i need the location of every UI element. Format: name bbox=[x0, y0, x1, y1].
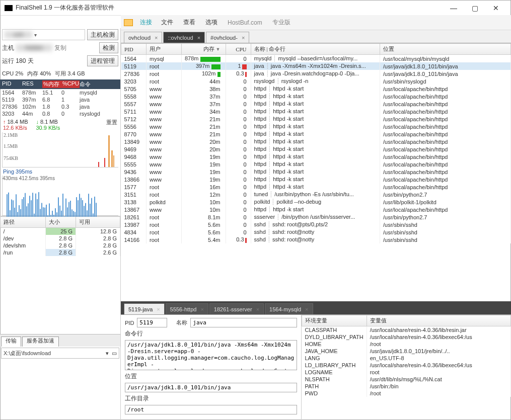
table-row[interactable]: 13867www10m0httpd ┊ httpd -k start/usr/l… bbox=[121, 206, 511, 213]
cmd-value[interactable] bbox=[125, 340, 297, 370]
table-row[interactable]: 5556www21m0httpd ┊ httpd -k start/usr/lo… bbox=[121, 123, 511, 130]
detail-tab[interactable]: 5119-java× bbox=[124, 303, 165, 314]
table-row[interactable]: 9468www19m0httpd ┊ httpd -k start/usr/lo… bbox=[121, 153, 511, 160]
table-row[interactable]: 5557www37m0httpd ┊ httpd -k start/usr/lo… bbox=[121, 100, 511, 108]
menu-connect[interactable]: 连接 bbox=[137, 17, 155, 28]
table-row[interactable]: 13866www19m0httpd ┊ httpd -k start/usr/l… bbox=[121, 176, 511, 183]
detail-panel: PID 名称 命令行 位置 工作目录 环境变量 变量值 CLASSPATH/us… bbox=[121, 314, 511, 420]
connection-tab[interactable]: ovhcloud× bbox=[124, 32, 162, 43]
sidebar-bottom: 传输 服务器加速 X:\桌面\fsdownload ▾ ▭ bbox=[0, 334, 120, 420]
connection-tab[interactable]: ::ovhcloud× bbox=[163, 32, 205, 43]
connection-tab[interactable]: #ovhcloud- × bbox=[206, 32, 249, 43]
tab-accelerate[interactable]: 服务器加速 bbox=[22, 337, 59, 347]
close-icon[interactable]: × bbox=[200, 306, 203, 312]
pro-link[interactable]: 专业版 bbox=[268, 17, 295, 28]
col-env-key[interactable]: 环境变量 bbox=[302, 315, 367, 326]
net-down-total: 8.1 MB bbox=[36, 119, 60, 125]
close-icon[interactable]: × bbox=[157, 306, 160, 312]
pid-value[interactable] bbox=[137, 318, 167, 327]
table-row[interactable]: 13987root5.6m0sshd ┊ sshd: root@pts/0,pt… bbox=[121, 221, 511, 228]
table-row[interactable]: 1577root16m0httpd ┊ httpd -k start/usr/l… bbox=[121, 183, 511, 191]
mini-process-table: PIDRES%内存%CPU命令 1564878m15.10mysqld51193… bbox=[0, 79, 120, 117]
workdir-label: 工作目录 bbox=[125, 394, 297, 403]
net-up-total: 18.4 MB bbox=[3, 119, 28, 125]
close-icon[interactable]: × bbox=[305, 306, 308, 312]
workdir-value[interactable] bbox=[125, 405, 297, 414]
col-header[interactable]: 用户 bbox=[147, 44, 182, 55]
host-combo[interactable]: ovh ▾ bbox=[2, 29, 85, 40]
window-title: FinalShell 1.9 一体化服务器管理软件 bbox=[16, 4, 443, 12]
table-row[interactable]: 9436www19m0httpd ┊ httpd -k start/usr/lo… bbox=[121, 168, 511, 176]
table-row[interactable]: 8770www21m0httpd ┊ httpd -k start/usr/lo… bbox=[121, 130, 511, 138]
table-row[interactable]: 5119root397m1java ┊ java -Xms64m -Xmx102… bbox=[121, 62, 511, 70]
reset-link[interactable]: 重置 bbox=[106, 119, 117, 126]
svg-rect-4 bbox=[113, 155, 114, 167]
table-row[interactable]: 13849www20m0httpd ┊ httpd -k start/usr/l… bbox=[121, 138, 511, 145]
maximize-button[interactable]: ▢ bbox=[464, 1, 485, 16]
close-icon[interactable]: × bbox=[155, 35, 158, 41]
menu-file[interactable]: 文件 bbox=[157, 17, 177, 28]
process-manage-button[interactable]: 进程管理 bbox=[87, 55, 118, 66]
name-value[interactable] bbox=[190, 318, 297, 327]
col-header[interactable]: 内存▼ bbox=[182, 44, 226, 55]
close-icon[interactable]: × bbox=[242, 35, 245, 41]
table-row[interactable]: LOGNAMEroot bbox=[302, 369, 511, 376]
detail-tab[interactable]: 1564-mysqld× bbox=[265, 303, 313, 314]
table-row[interactable]: HOME/root bbox=[302, 341, 511, 348]
process-table[interactable]: PID用户内存▼CPU名称 | 命令行位置 1564mysql878m0mysq… bbox=[121, 43, 511, 301]
loc-value[interactable] bbox=[125, 383, 297, 392]
folder-icon[interactable] bbox=[124, 19, 133, 26]
table-row[interactable]: 3138polkitd10m0polkitd ┊ polkitd --no-de… bbox=[121, 198, 511, 206]
menu-options[interactable]: 选项 bbox=[201, 17, 222, 28]
table-row[interactable]: CLASSPATH/usr/local/share/resin-4.0.36/l… bbox=[302, 326, 511, 334]
col-header[interactable]: CPU bbox=[226, 44, 251, 55]
env-table[interactable]: 环境变量 变量值 CLASSPATH/usr/local/share/resin… bbox=[301, 315, 511, 420]
table-row[interactable]: 27836root102m0.3java ┊ java -Dresin.watc… bbox=[121, 70, 511, 77]
close-icon[interactable]: × bbox=[256, 306, 259, 312]
svg-rect-2 bbox=[104, 158, 105, 167]
table-row[interactable]: 4834root5.6m0sshd ┊ sshd: root@notty/usr… bbox=[121, 228, 511, 236]
table-row[interactable]: NLSPATH/usr/dt/lib/nls/msg/%L/%N.cat bbox=[302, 376, 511, 383]
detect-button[interactable]: 检测 bbox=[99, 42, 118, 53]
ping-chart: 430ms 412.5ms 395ms bbox=[2, 176, 118, 216]
detail-tab[interactable]: 18261-ssserver× bbox=[209, 303, 264, 314]
table-row[interactable]: PATH/usr/bin:/bin bbox=[302, 383, 511, 390]
table-row[interactable]: LD_LIBRARY_PATH/usr/local/share/resin-4.… bbox=[302, 362, 511, 369]
svg-rect-1 bbox=[111, 150, 113, 167]
table-row[interactable]: 5558www37m0httpd ┊ httpd -k start/usr/lo… bbox=[121, 93, 511, 100]
cpu-usage: CPU 2% bbox=[2, 70, 23, 76]
close-button[interactable]: ✕ bbox=[485, 1, 506, 16]
mem-free: 可用 3.4 GB bbox=[55, 70, 85, 77]
col-header[interactable]: 名称 | 命令行 bbox=[251, 44, 380, 55]
minimize-button[interactable]: — bbox=[443, 1, 464, 16]
path-bar[interactable]: X:\桌面\fsdownload ▾ ▭ bbox=[1, 348, 119, 359]
table-row[interactable]: 3151root12m0tuned ┊ /usr/bin/python -Es … bbox=[121, 191, 511, 198]
chevron-down-icon[interactable]: ▾ bbox=[106, 350, 109, 357]
open-folder-icon[interactable]: ▭ bbox=[112, 350, 117, 357]
table-row[interactable]: 3203root44m0rsyslogd ┊ rsyslogd -n/usr/s… bbox=[121, 77, 511, 85]
col-env-val[interactable]: 变量值 bbox=[367, 315, 510, 326]
hostbuf-link[interactable]: HostBuf.com bbox=[224, 18, 266, 27]
name-label: 名称 bbox=[176, 319, 187, 326]
table-row[interactable]: 5712www21m0httpd ┊ httpd -k start/usr/lo… bbox=[121, 115, 511, 123]
copy-link[interactable]: 复制 bbox=[54, 44, 66, 52]
close-icon[interactable]: × bbox=[197, 35, 200, 41]
table-row[interactable]: 5705www38m0httpd ┊ httpd -k start/usr/lo… bbox=[121, 85, 511, 93]
col-header[interactable]: 位置 bbox=[380, 44, 511, 55]
detail-tab[interactable]: 5556-httpd× bbox=[166, 303, 208, 314]
table-row[interactable]: DYLD_LIBRARY_PATH/usr/local/share/resin-… bbox=[302, 333, 511, 341]
menu-view[interactable]: 查看 bbox=[179, 17, 199, 28]
table-row[interactable]: LANGen_US.UTF-8 bbox=[302, 355, 511, 362]
table-row[interactable]: 1564mysql878m0mysqld ┊ mysqld --basedir=… bbox=[121, 55, 511, 63]
table-row[interactable]: 9469www20m0httpd ┊ httpd -k start/usr/lo… bbox=[121, 145, 511, 153]
table-row[interactable]: PWD/root bbox=[302, 390, 511, 397]
tab-transfer[interactable]: 传输 bbox=[1, 337, 21, 347]
table-row[interactable]: 5555www19m0httpd ┊ httpd -k start/usr/lo… bbox=[121, 160, 511, 168]
table-row[interactable]: 5711www34m0httpd ┊ httpd -k start/usr/lo… bbox=[121, 108, 511, 115]
svg-rect-0 bbox=[108, 135, 110, 167]
host-detect-button[interactable]: 主机检测 bbox=[87, 29, 118, 40]
col-header[interactable]: PID bbox=[121, 44, 147, 55]
table-row[interactable]: JAVA_HOME/usr/java/jdk1.8.0_101/jre/bin/… bbox=[302, 348, 511, 355]
table-row[interactable]: 14166root5.4m0.3sshd ┊ sshd: root@notty/… bbox=[121, 236, 511, 243]
table-row[interactable]: 18261root8.1m0ssserver ┊ /bin/python /us… bbox=[121, 213, 511, 221]
